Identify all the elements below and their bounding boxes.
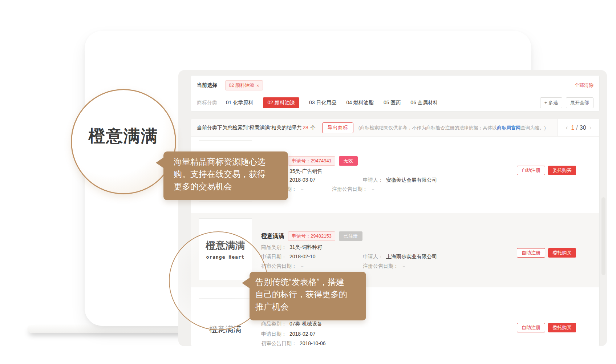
entrust-buy-button[interactable]: 委托购买 (548, 248, 576, 258)
trademark-office-link[interactable]: 商标局官网 (497, 125, 520, 130)
row-actions: 自助注册 委托购买 (517, 248, 576, 258)
page: 当前选择 02 颜料油漆 × 全部清除 商标分类 01 化学原料 02 颜料油漆… (0, 0, 616, 364)
results-disclaimer: (商标检索结果仅供参考，不作为商标能否注册的法律依据；具体以商标局官网查询为准。… (358, 125, 546, 131)
dashed-divider (197, 94, 593, 94)
date-applicant-field: 申请日期：2018-03-07 申请人：安徽美达会展有限公司 (261, 177, 537, 183)
row-title-line: 橙意满满 申请号：29482153 已注册 (261, 231, 362, 241)
tooltip-text: 自己的标行，获得更多的 (255, 288, 366, 300)
date-field: 申请日期：2018-02-07 (261, 331, 537, 337)
total-pages: 30 (580, 125, 586, 131)
filter-panel: 当前选择 02 颜料油漆 × 全部清除 商标分类 01 化学原料 02 颜料油漆… (191, 75, 600, 112)
category-04[interactable]: 04 燃料油脂 (346, 100, 373, 106)
category-02-selected[interactable]: 02 颜料油漆 (263, 97, 299, 108)
prev-page-icon[interactable]: ‹ (566, 124, 568, 132)
selected-filter-chip[interactable]: 02 颜料油漆 × (225, 80, 263, 90)
self-register-button[interactable]: 自助注册 (517, 323, 545, 332)
next-page-icon[interactable]: › (589, 124, 592, 132)
status-badge: 已注册 (339, 231, 362, 241)
tooltip-arrow-icon (156, 157, 164, 168)
application-number-tag: 申请号：29474941 (288, 156, 335, 166)
category-05[interactable]: 05 医药 (384, 100, 401, 106)
category-03[interactable]: 03 日化用品 (309, 100, 336, 106)
scrollbar-thumb[interactable] (601, 197, 605, 275)
results-summary: 当前分类下为您检索到“橙意满满”相关的结果共28 个 (197, 125, 316, 131)
pagination: ‹ 1 / 30 › (558, 119, 599, 136)
tooltip-text: 告别传统“发表格”，搭建 (255, 276, 366, 288)
current-selection-label: 当前选择 (197, 82, 217, 89)
tooltip-text: 更多的交易机会 (174, 180, 288, 193)
publication-field: 初审公告日期：－ 注册公告日期：－ (261, 186, 537, 193)
application-number-tag: 申请号：29482153 (288, 231, 335, 241)
magnifier-circle: 橙意满满 (71, 89, 176, 194)
category-06[interactable]: 06 金属材料 (410, 100, 438, 106)
tooltip-text: 购。支持在线交易，获得 (174, 168, 288, 180)
current-selection-row: 当前选择 02 颜料油漆 × 全部清除 (197, 79, 593, 92)
tooltip-text: 海量精品商标资源随心选 (174, 155, 288, 168)
self-register-button[interactable]: 自助注册 (517, 166, 545, 175)
clear-all-button[interactable]: 全部清除 (575, 82, 593, 89)
category-01[interactable]: 01 化学原料 (226, 100, 253, 106)
magnified-trademark-text: 橙意满满 (89, 125, 158, 193)
date-applicant-field: 申请日期：2018-02-10 申请人：上海雨步实业有限公司 (261, 254, 537, 260)
category-field: 商品类别：07类-机械设备 (261, 321, 537, 327)
category-row: 商标分类 01 化学原料 02 颜料油漆 03 日化用品 04 燃料油脂 05 … (197, 97, 593, 109)
row-actions: 自助注册 委托购买 (517, 323, 576, 332)
results-header: 当前分类下为您检索到“橙意满满”相关的结果共28 个 导出商标 (商标检索结果仅… (191, 119, 599, 137)
entrust-buy-button[interactable]: 委托购买 (548, 166, 576, 175)
category-field: 商品类别：31类-饲料种籽 (261, 244, 537, 251)
status-badge: 无效 (339, 156, 358, 166)
expand-all-button[interactable]: 展开全部 (566, 97, 593, 108)
publication-field: 初审公告日期：2018-10-06 (261, 340, 537, 346)
entrust-buy-button[interactable]: 委托购买 (548, 323, 576, 332)
category-label: 商标分类 (197, 100, 217, 106)
chip-close-icon[interactable]: × (256, 83, 259, 88)
export-trademark-button[interactable]: 导出商标 (322, 122, 353, 133)
self-register-button[interactable]: 自助注册 (517, 248, 545, 258)
tooltip-text: 推广机会 (255, 300, 366, 313)
page-separator: / (576, 125, 578, 131)
tooltip-arrow-icon (242, 278, 250, 288)
trademark-name[interactable]: 橙意满满 (261, 232, 284, 240)
publication-field: 初审公告日期：－ 注册公告日期：－ (261, 263, 537, 270)
row-actions: 自助注册 委托购买 (517, 166, 576, 175)
category-field: 商品类别：35类-广告销售 (261, 168, 537, 175)
tooltip-promotion: 告别传统“发表格”，搭建 自己的标行，获得更多的 推广机会 (250, 272, 366, 320)
results-count: 28 (302, 125, 309, 130)
multi-select-button[interactable]: + 多选 (540, 97, 562, 108)
selected-filter-chip-label: 02 颜料油漆 (229, 82, 254, 89)
current-page: 1 (571, 125, 574, 131)
tooltip-marketplace: 海量精品商标资源随心选 购。支持在线交易，获得 更多的交易机会 (163, 151, 288, 200)
